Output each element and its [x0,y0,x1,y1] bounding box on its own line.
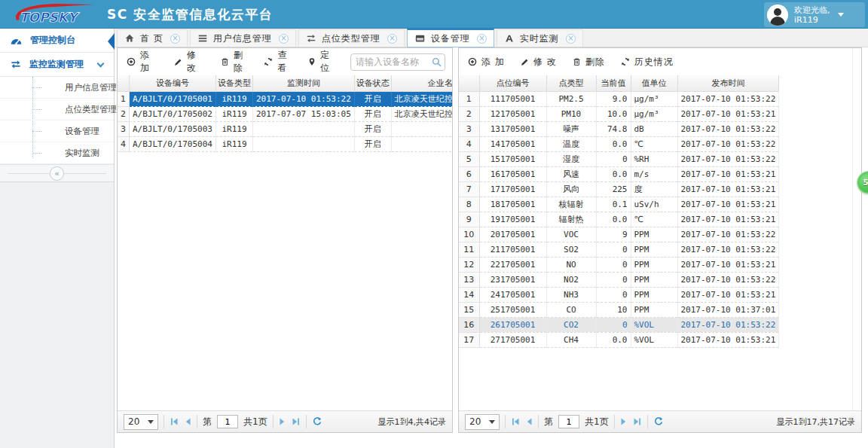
cell[interactable]: μg/m³ [631,106,677,121]
tab-user-info[interactable]: 用户信息管理 [190,29,296,47]
close-icon[interactable] [387,34,397,44]
table-row[interactable]: 5151705001湿度0%RH2017-07-10 01:53:22 [459,151,779,166]
table-row[interactable]: 13231705001NO20PPM2017-07-10 01:53:22 [459,272,779,287]
table-row[interactable]: 6161705001风速0.0m/s2017-07-10 01:53:21 [459,166,779,181]
cell[interactable]: 141705001 [479,136,546,151]
cell[interactable]: 131705001 [479,121,546,136]
tab-realtime[interactable]: 实时监测 [497,29,583,47]
cell[interactable]: PPM [631,302,677,317]
cell[interactable]: iR119 [215,106,252,121]
sidebar-group-console[interactable]: 管理控制台 [0,29,114,53]
cell[interactable]: 核辐射 [546,197,596,212]
cell[interactable]: 251705001 [479,302,546,317]
cell[interactable]: 211705001 [479,242,546,257]
tab-home[interactable]: 首 页 [117,29,188,47]
locate-button[interactable]: 定位 [307,49,335,75]
table-row[interactable]: 3A/BJLT/0/1705003iR119开启 [118,121,452,136]
reload-button[interactable] [312,416,322,427]
cell[interactable]: 2017-07-10 01:53:21 [677,257,779,272]
cell[interactable]: 191705001 [479,212,546,227]
cell[interactable]: A/BJLT/0/1705004 [130,136,216,151]
edit-button[interactable]: 修 改 [173,49,205,75]
close-icon[interactable] [477,34,487,44]
cell[interactable]: 241705001 [479,287,546,302]
add-button[interactable]: 添 加 [126,49,158,75]
cell[interactable]: 0 [596,242,631,257]
cell[interactable]: 2017-07-07 15:03:05 [252,106,354,121]
cell[interactable]: PM2.5 [546,91,596,106]
view-button[interactable]: 查看 [263,49,292,75]
cell[interactable]: uSv/h [631,197,677,212]
cell[interactable]: 0 [596,317,631,332]
page-number-input[interactable] [217,415,238,428]
edit-button[interactable]: 修 改 [520,56,557,69]
cell[interactable]: 231705001 [479,272,546,287]
table-row[interactable]: 7171705001风向225度2017-07-10 01:53:21 [459,181,779,197]
sidebar-item-realtime[interactable]: 实时监测 [0,142,114,164]
page-size-select[interactable]: 20 [465,414,500,430]
cell[interactable]: 2017-07-10 01:53:21 [677,287,779,302]
cell[interactable]: 10.0 [596,106,631,121]
cell[interactable]: 2017-07-10 01:53:22 [677,227,779,242]
table-row[interactable]: 9191705001辐射热0.0℃2017-07-10 01:53:21 [459,212,779,227]
cell[interactable]: 噪声 [546,121,596,136]
table-row[interactable]: 17271705001CH40.0%VOL2017-07-10 01:53:21 [459,332,779,347]
prev-page-button[interactable] [184,417,191,426]
cell[interactable]: 2017-07-10 01:53:21 [677,106,779,121]
search-input[interactable] [351,56,431,67]
column-header[interactable]: 设备状态 [354,75,391,91]
cell[interactable]: PPM [631,242,677,257]
cell[interactable]: 开启 [354,106,391,121]
cell[interactable]: 开启 [354,136,391,151]
table-row[interactable]: 10201705001VOC9PPM2017-07-10 01:53:22 [459,227,779,242]
cell[interactable]: iR119 [215,121,252,136]
cell[interactable]: 2017-07-10 01:53:21 [677,332,779,347]
delete-button[interactable]: 删除 [572,56,605,69]
cell[interactable]: ℃ [631,136,677,151]
cell[interactable]: 10 [596,302,631,317]
cell[interactable]: PPM [631,227,677,242]
page-number-input[interactable] [558,415,579,428]
cell[interactable]: NO [546,257,596,272]
cell[interactable] [252,121,354,136]
cell[interactable]: 风向 [546,181,596,197]
cell[interactable]: 181705001 [479,197,546,212]
sidebar-group-monitor-manage[interactable]: 监控监测管理 [0,53,114,77]
cell[interactable]: 2017-07-10 01:53:22 [677,317,779,332]
table-row[interactable]: 16261705001CO20%VOL2017-07-10 01:53:22 [459,317,779,332]
cell[interactable]: 0.0 [596,332,631,347]
cell[interactable]: 0.0 [596,212,631,227]
cell[interactable]: dB [631,121,677,136]
cell[interactable]: CH4 [546,332,596,347]
cell[interactable]: 度 [631,181,677,197]
cell[interactable]: %RH [631,151,677,166]
column-header[interactable]: 当前值 [596,75,631,91]
cell[interactable]: PPM [631,287,677,302]
table-row[interactable]: 14241705001NH30PPM2017-07-10 01:53:21 [459,287,779,302]
cell[interactable]: 171705001 [479,181,546,197]
cell[interactable]: PPM [631,257,677,272]
cell[interactable]: 2017-07-10 01:53:22 [677,121,779,136]
cell[interactable]: 2017-07-10 01:53:22 [677,151,779,166]
cell[interactable]: 辐射热 [546,212,596,227]
caret-down-icon[interactable] [838,13,844,17]
cell[interactable]: 2017-07-10 01:53:22 [677,272,779,287]
cell[interactable]: 2017-07-10 01:53:22 [677,136,779,151]
table-row[interactable]: 3131705001噪声74.8dB2017-07-10 01:53:22 [459,121,779,136]
cell[interactable]: m/s [631,166,677,181]
cell[interactable]: A/BJLT/0/1705001 [130,91,216,106]
cell[interactable]: 151705001 [479,151,546,166]
column-header[interactable]: 点位编号 [479,75,546,91]
cell[interactable]: 北京凌天世纪控股股份有限 [391,106,452,121]
table-row[interactable]: 12221705001NO0PPM2017-07-10 01:53:21 [459,257,779,272]
column-header[interactable]: 值单位 [631,75,677,91]
cell[interactable]: 2017-07-10 01:53:21 [677,197,779,212]
column-header[interactable]: 设备编号 [130,75,216,91]
cell[interactable]: 2017-07-10 01:53:22 [677,91,779,106]
cell[interactable]: SO2 [546,242,596,257]
cell[interactable]: 74.8 [596,121,631,136]
next-page-button[interactable] [620,417,628,426]
table-row[interactable]: 2A/BJLT/0/1705002iR1192017-07-07 15:03:0… [118,106,452,121]
cell[interactable]: 111705001 [479,91,546,106]
search-icon[interactable] [431,56,442,68]
